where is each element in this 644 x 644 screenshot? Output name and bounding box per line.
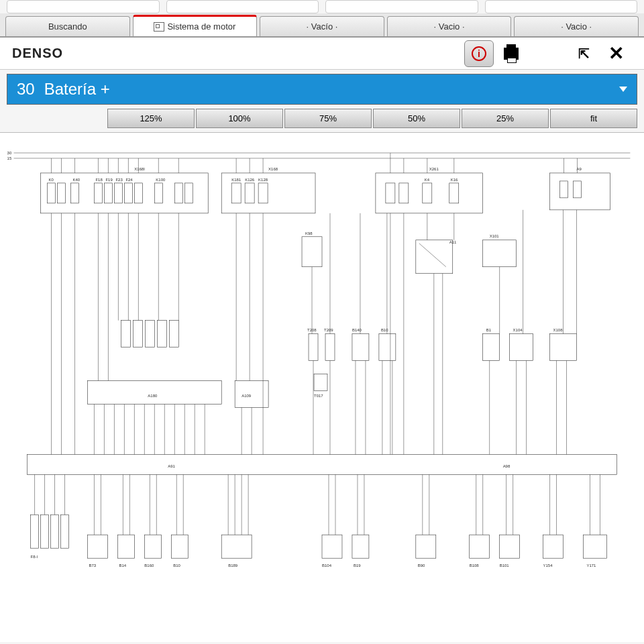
- svg-rect-157: [117, 535, 134, 558]
- svg-text:30: 30: [7, 151, 12, 155]
- svg-text:K126: K126: [245, 178, 255, 182]
- svg-rect-81: [325, 334, 335, 361]
- svg-rect-26: [231, 183, 241, 203]
- svg-text:F23: F23: [115, 178, 123, 182]
- svg-text:B1: B1: [486, 328, 492, 332]
- zoom-125[interactable]: 125%: [107, 109, 195, 128]
- svg-rect-79: [309, 334, 318, 361]
- zoom-50[interactable]: 50%: [373, 109, 460, 128]
- svg-rect-75: [87, 381, 221, 405]
- engine-icon: [154, 22, 164, 32]
- svg-rect-151: [41, 515, 49, 548]
- svg-text:B90: B90: [418, 564, 425, 568]
- top-toolbar-placeholder: [0, 0, 644, 13]
- wiring-diagram[interactable]: 30 15 X168I K0K40 F18F19F23 F24K100 X168…: [0, 132, 644, 642]
- zoom-100[interactable]: 100%: [196, 109, 283, 128]
- tab-empty-2[interactable]: · Vacio ·: [387, 16, 512, 36]
- svg-rect-85: [352, 334, 369, 361]
- svg-text:T209: T209: [324, 328, 333, 332]
- close-button[interactable]: ✕: [601, 40, 631, 67]
- svg-rect-155: [87, 535, 107, 558]
- svg-text:K181: K181: [231, 178, 241, 182]
- svg-text:X261: X261: [429, 167, 439, 171]
- svg-rect-153: [61, 515, 69, 548]
- tab-empty-1[interactable]: · Vacío ·: [260, 16, 384, 36]
- svg-text:B10: B10: [173, 564, 180, 568]
- info-button[interactable]: i: [464, 40, 494, 67]
- svg-rect-37: [449, 183, 459, 203]
- tab-searching[interactable]: Buscando: [5, 16, 130, 36]
- tab-empty-3[interactable]: · Vacio ·: [514, 16, 639, 36]
- svg-text:K100: K100: [156, 178, 166, 182]
- svg-text:B140: B140: [352, 328, 362, 332]
- svg-text:A11: A11: [449, 240, 457, 244]
- dropdown-arrow-icon: [619, 87, 627, 92]
- svg-rect-36: [423, 183, 432, 203]
- svg-text:K98: K98: [305, 231, 313, 235]
- svg-rect-13: [134, 183, 142, 203]
- svg-rect-42: [560, 181, 568, 198]
- svg-rect-28: [258, 183, 268, 203]
- svg-rect-167: [352, 535, 369, 558]
- brand-label: DENSO: [12, 46, 463, 61]
- svg-text:B189: B189: [228, 564, 238, 568]
- svg-rect-16: [184, 183, 193, 203]
- svg-rect-163: [221, 535, 252, 558]
- svg-text:B73: B73: [89, 564, 96, 568]
- tab-engine-system[interactable]: Sistema de motor: [133, 15, 258, 36]
- svg-rect-14: [154, 183, 162, 203]
- svg-text:X104: X104: [513, 328, 523, 332]
- svg-rect-43: [574, 181, 582, 198]
- svg-text:A91: A91: [168, 464, 175, 468]
- svg-rect-8: [70, 183, 78, 203]
- svg-text:B101: B101: [500, 564, 510, 568]
- svg-rect-175: [543, 535, 564, 558]
- svg-text:B10: B10: [381, 328, 388, 332]
- header-bar: DENSO i ⇱ ✕: [0, 38, 644, 70]
- zoom-75[interactable]: 75%: [284, 109, 372, 128]
- svg-rect-15: [174, 183, 182, 203]
- svg-text:B104: B104: [322, 564, 332, 568]
- svg-text:F18: F18: [95, 178, 103, 182]
- svg-rect-73: [157, 321, 166, 347]
- svg-text:A98: A98: [503, 464, 511, 468]
- svg-text:T017: T017: [314, 394, 323, 398]
- zoom-fit[interactable]: fit: [550, 109, 637, 128]
- svg-rect-12: [124, 183, 132, 203]
- svg-text:B108: B108: [470, 564, 480, 568]
- svg-rect-95: [28, 454, 617, 474]
- svg-rect-89: [483, 334, 500, 361]
- print-button[interactable]: [496, 40, 526, 67]
- svg-text:X168: X168: [268, 167, 278, 171]
- svg-text:A109: A109: [241, 394, 252, 398]
- svg-rect-63: [302, 237, 322, 267]
- circuit-selector[interactable]: 30 Batería +: [7, 74, 637, 105]
- svg-rect-11: [114, 183, 122, 203]
- svg-text:X168I: X168I: [134, 167, 145, 171]
- svg-rect-70: [121, 321, 130, 347]
- svg-text:X101: X101: [490, 234, 500, 238]
- svg-rect-74: [169, 321, 178, 347]
- resize-icon: ⇱: [578, 46, 590, 62]
- svg-rect-7: [58, 183, 66, 203]
- svg-rect-150: [31, 515, 39, 548]
- svg-text:K16: K16: [451, 178, 458, 182]
- resize-button[interactable]: ⇱: [569, 40, 598, 67]
- svg-text:F8-I: F8-I: [31, 555, 38, 559]
- svg-rect-161: [171, 535, 188, 558]
- svg-rect-35: [399, 183, 409, 203]
- svg-rect-83: [314, 374, 327, 391]
- svg-rect-177: [583, 535, 606, 558]
- svg-text:Y154: Y154: [543, 564, 553, 568]
- svg-text:B14: B14: [119, 564, 126, 568]
- svg-text:K40: K40: [72, 178, 80, 182]
- svg-rect-68: [483, 240, 517, 267]
- zoom-25[interactable]: 25%: [462, 109, 549, 128]
- svg-rect-169: [416, 535, 436, 558]
- svg-rect-72: [145, 321, 154, 347]
- svg-text:B160: B160: [144, 564, 154, 568]
- svg-rect-165: [322, 535, 342, 558]
- svg-rect-6: [48, 183, 56, 203]
- circuit-code: 30: [17, 80, 35, 99]
- svg-text:K4: K4: [425, 178, 430, 182]
